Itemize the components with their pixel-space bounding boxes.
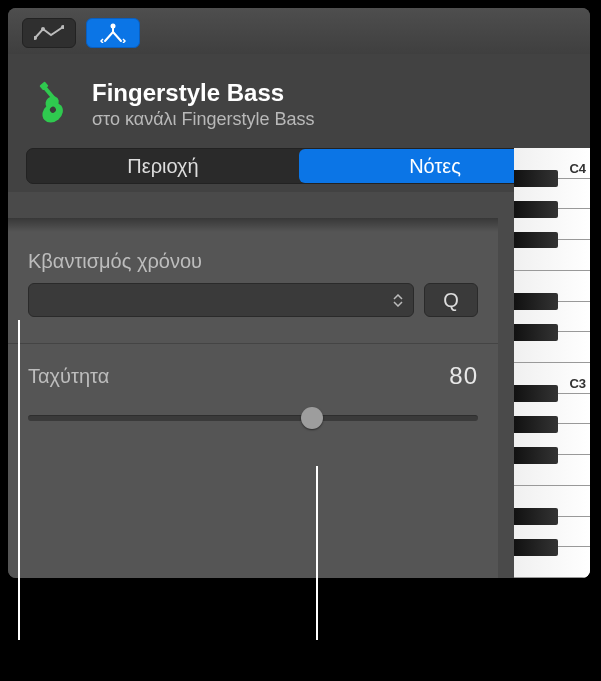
region-notes-segmented: Περιοχή Νότες <box>26 148 572 184</box>
white-key[interactable] <box>514 240 590 271</box>
svg-point-1 <box>41 27 45 31</box>
white-key[interactable] <box>514 332 590 363</box>
quantize-apply-label: Q <box>443 289 459 312</box>
velocity-slider[interactable] <box>28 408 478 428</box>
callout-line <box>18 320 20 640</box>
svg-point-3 <box>111 24 116 29</box>
black-key[interactable] <box>514 293 558 310</box>
black-key[interactable] <box>514 385 558 402</box>
black-key[interactable] <box>514 447 558 464</box>
guitar-icon <box>27 79 77 129</box>
flex-tool-button[interactable] <box>86 18 140 48</box>
octave-label: C3 <box>569 376 586 391</box>
black-key[interactable] <box>514 324 558 341</box>
callout-line <box>316 466 318 640</box>
toolbar <box>8 8 590 54</box>
region-header: Fingerstyle Bass στο κανάλι Fingerstyle … <box>8 54 590 144</box>
quantize-label: Κβαντισμός χρόνου <box>28 250 478 273</box>
segment-region[interactable]: Περιοχή <box>27 149 299 183</box>
quantize-apply-button[interactable]: Q <box>424 283 478 317</box>
automation-curve-icon <box>34 25 64 41</box>
velocity-label: Ταχύτητα <box>28 365 109 388</box>
editor-panel: Fingerstyle Bass στο κανάλι Fingerstyle … <box>8 8 590 578</box>
black-key[interactable] <box>514 232 558 249</box>
automation-tool-button[interactable] <box>22 18 76 48</box>
segment-notes-label: Νότες <box>409 155 461 178</box>
chevron-updown-icon <box>391 294 405 307</box>
flex-icon <box>100 23 126 43</box>
black-key[interactable] <box>514 539 558 556</box>
quantize-group: Κβαντισμός χρόνου Q <box>8 232 498 327</box>
black-key[interactable] <box>514 170 558 187</box>
inspector-content: Κβαντισμός χρόνου Q Ταχύτητα 80 <box>8 218 498 578</box>
segment-region-label: Περιοχή <box>127 155 198 178</box>
segmented-container: Περιοχή Νότες <box>8 144 590 192</box>
white-key[interactable] <box>514 455 590 486</box>
track-subtitle: στο κανάλι Fingerstyle Bass <box>92 109 315 130</box>
piano-ruler[interactable]: C4 C3 <box>514 148 590 578</box>
velocity-value: 80 <box>449 362 478 390</box>
track-title: Fingerstyle Bass <box>92 79 315 107</box>
quantize-popup[interactable] <box>28 283 414 317</box>
black-key[interactable] <box>514 508 558 525</box>
black-key[interactable] <box>514 201 558 218</box>
instrument-icon <box>26 78 78 130</box>
slider-thumb[interactable] <box>301 407 323 429</box>
separator-shadow <box>8 218 498 232</box>
black-key[interactable] <box>514 416 558 433</box>
slider-track <box>28 415 478 421</box>
velocity-group: Ταχύτητα 80 <box>8 344 498 448</box>
white-key[interactable] <box>514 547 590 578</box>
octave-label: C4 <box>569 161 586 176</box>
